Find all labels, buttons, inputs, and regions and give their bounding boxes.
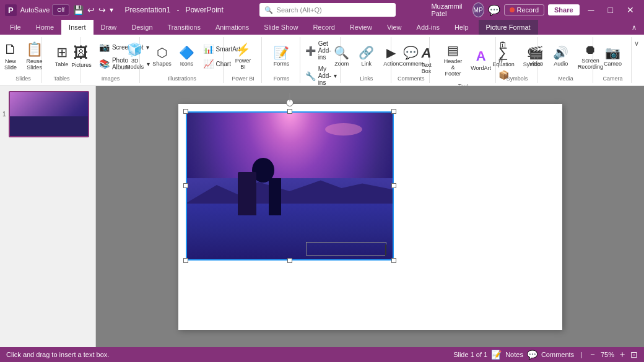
photo-album-icon: 📚 xyxy=(99,59,110,69)
text-group-label: Text xyxy=(458,83,469,85)
share-button[interactable]: Share xyxy=(548,4,580,15)
handle-bot-left[interactable] xyxy=(183,258,188,263)
forms-button[interactable]: 📝 Forms xyxy=(269,38,293,74)
feedback-icon[interactable]: 💬 xyxy=(488,4,500,16)
powerbi-label: Power BI xyxy=(232,58,254,71)
ribbon-expand-icon[interactable]: ∨ xyxy=(634,37,639,83)
file-name: Presentation1 xyxy=(124,6,170,14)
text-box-overlay[interactable] xyxy=(306,242,386,256)
shapes-button[interactable]: ⬡ Shapes xyxy=(150,38,174,74)
cameo-button[interactable]: 📷 Cameo xyxy=(600,38,625,74)
notes-label[interactable]: Notes xyxy=(505,351,523,358)
tab-design[interactable]: Design xyxy=(124,20,160,35)
group-powerbi: ⚡ Power BI Power BI xyxy=(225,37,262,83)
comments-label[interactable]: Comments xyxy=(541,351,574,358)
link-button[interactable]: 🔗 Link xyxy=(355,38,378,74)
autosave-toggle[interactable]: Off xyxy=(52,4,69,15)
equation-icon: ∑ xyxy=(498,45,508,61)
forms-group-label: Forms xyxy=(274,75,290,82)
media-group-label: Media xyxy=(558,75,573,82)
textbox-button[interactable]: A TextBox xyxy=(414,42,438,78)
group-text: A TextBox ▤ Header& Footer A WordArt 🗓 xyxy=(431,37,496,83)
new-slide-button[interactable]: 🗋 NewSlide xyxy=(0,38,21,74)
tab-file[interactable]: File xyxy=(2,20,28,35)
handle-top-left[interactable] xyxy=(183,109,188,114)
handle-top-right[interactable] xyxy=(391,109,396,114)
cameo-icon: 📷 xyxy=(605,45,620,60)
mountain-silhouette xyxy=(186,173,394,204)
icons-button[interactable]: 🔷 Icons xyxy=(175,38,199,74)
main-canvas-area[interactable] xyxy=(96,86,644,347)
fit-slide-icon[interactable]: ⊡ xyxy=(630,350,638,360)
tab-view[interactable]: View xyxy=(380,20,409,35)
ribbon-tab-bar: File Home Insert Draw Design Transitions… xyxy=(0,20,644,35)
powerbi-button[interactable]: ⚡ Power BI xyxy=(228,38,258,74)
minimize-button[interactable]: ─ xyxy=(583,4,599,16)
ribbon-collapse-icon[interactable]: ∧ xyxy=(627,20,642,35)
close-button[interactable]: ✕ xyxy=(622,4,639,16)
comments-button[interactable]: 💬 xyxy=(527,350,537,360)
handle-top-mid[interactable] xyxy=(287,109,292,114)
3d-models-button[interactable]: 🧊 3D Models xyxy=(121,38,149,74)
tables-group-label: Tables xyxy=(53,75,69,82)
link-icon: 🔗 xyxy=(359,45,374,60)
notes-button[interactable]: 📝 xyxy=(491,350,502,360)
app-icon: P xyxy=(5,4,17,16)
restore-button[interactable]: □ xyxy=(603,4,618,16)
handle-bot-right[interactable] xyxy=(391,258,396,263)
autosave-area: AutoSave Off xyxy=(20,4,70,15)
handle-mid-right[interactable] xyxy=(391,183,396,188)
search-bar[interactable]: 🔍 Search (Alt+Q) xyxy=(259,3,396,17)
handle-bot-mid[interactable] xyxy=(287,258,292,263)
tab-addins[interactable]: Add-ins xyxy=(409,20,447,35)
equation-button[interactable]: ∑ Equation xyxy=(489,38,518,74)
zoom-in-icon[interactable]: ＋ xyxy=(618,349,627,360)
tab-help[interactable]: Help xyxy=(447,20,476,35)
header-footer-icon: ▤ xyxy=(447,43,459,58)
tab-record[interactable]: Record xyxy=(305,20,342,35)
tab-home[interactable]: Home xyxy=(28,20,61,35)
forms-buttons: 📝 Forms xyxy=(269,38,293,74)
textbox-label: TextBox xyxy=(421,62,432,75)
header-footer-label: Header& Footer xyxy=(443,59,463,77)
zoom-out-icon[interactable]: － xyxy=(588,349,597,360)
video-button[interactable]: 🎬 Video xyxy=(524,38,548,74)
tab-animations[interactable]: Animations xyxy=(208,20,256,35)
3d-models-label: 3D Models xyxy=(124,58,146,71)
image-selection-container[interactable] xyxy=(186,111,394,261)
nature-photo xyxy=(186,111,394,261)
tab-slideshow[interactable]: Slide Show xyxy=(256,20,305,35)
slide-canvas[interactable] xyxy=(178,104,562,330)
reuse-slides-label: ReuseSlides xyxy=(26,59,42,71)
undo-icon[interactable]: ↩ xyxy=(87,5,95,15)
autosave-state: Off xyxy=(57,7,64,13)
rotate-handle[interactable] xyxy=(286,99,294,106)
app-name-separator: - xyxy=(176,6,179,14)
tab-review[interactable]: Review xyxy=(342,20,380,35)
redo-icon[interactable]: ↪ xyxy=(98,5,106,15)
user-name: Muzammil Patel xyxy=(431,2,468,17)
handle-mid-left[interactable] xyxy=(183,183,188,188)
tab-draw[interactable]: Draw xyxy=(94,20,124,35)
new-slide-label: NewSlide xyxy=(4,59,17,71)
save-icon[interactable]: 💾 xyxy=(73,5,84,15)
images-group-label: Images xyxy=(102,75,120,82)
video-label: Video xyxy=(529,61,543,67)
user-avatar[interactable]: MP xyxy=(472,2,484,17)
tab-insert[interactable]: Insert xyxy=(61,20,94,35)
header-footer-button[interactable]: ▤ Header& Footer xyxy=(439,42,466,78)
get-addins-icon: ➕ xyxy=(305,46,316,56)
zoom-button[interactable]: 🔍 Zoom xyxy=(330,38,354,74)
symbols-group-label: Symbols xyxy=(507,75,528,82)
group-forms: 📝 Forms Forms xyxy=(263,37,300,83)
app: P AutoSave Off 💾 ↩ ↪ ▾ Presentation1 - P… xyxy=(0,0,644,362)
chart-icon: 📈 xyxy=(203,59,214,69)
record-button[interactable]: Record xyxy=(504,4,544,15)
pictures-button[interactable]: 🖼 Pictures xyxy=(68,38,95,74)
customize-qat-icon[interactable]: ▾ xyxy=(110,6,113,14)
tab-transitions[interactable]: Transitions xyxy=(160,20,208,35)
slide-thumbnail-1[interactable] xyxy=(9,91,89,137)
audio-button[interactable]: 🔊 Audio xyxy=(549,38,573,74)
shapes-icon: ⬡ xyxy=(157,45,167,60)
tab-pictureformat[interactable]: Picture Format xyxy=(479,20,538,35)
